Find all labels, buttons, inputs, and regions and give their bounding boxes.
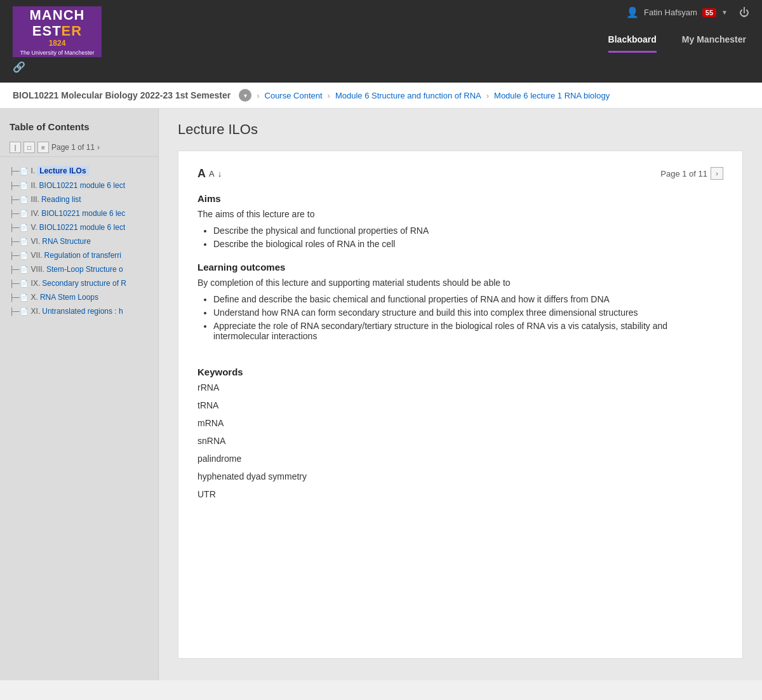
logo-subtitle: The University of Manchester bbox=[20, 50, 94, 56]
keyword-2: tRNA bbox=[197, 400, 723, 410]
font-arrow-icon: ↓ bbox=[218, 169, 222, 178]
logo-text: MANCHESTER bbox=[30, 8, 85, 38]
toc-item-6[interactable]: ├─📄 VI. RNA Structure bbox=[0, 234, 158, 248]
toc-item-8[interactable]: ├─📄 VIII. Stem-Loop Structure o bbox=[0, 262, 158, 276]
nav-blackboard[interactable]: Blackboard bbox=[608, 34, 657, 48]
item-prefix-6: VI. bbox=[31, 237, 41, 246]
toc-item-4[interactable]: ├─📄 IV. BIOL10221 module 6 lec bbox=[0, 206, 158, 220]
toc-expand-btn[interactable]: □ bbox=[23, 142, 35, 153]
top-right-area: 👤 Fatin Hafsyam 55 ▼ ⏻ Blackboard My Man… bbox=[596, 0, 762, 48]
toc-item-10[interactable]: ├─📄 X. RNA Stem Loops bbox=[0, 290, 158, 304]
user-area: 👤 Fatin Hafsyam 55 ▼ ⏻ bbox=[626, 6, 749, 18]
content-area: Lecture ILOs A A ↓ Page 1 of 11 › Aims T… bbox=[159, 109, 762, 680]
page-info-top: Page 1 of 11 bbox=[660, 169, 707, 178]
power-icon[interactable]: ⏻ bbox=[739, 7, 749, 18]
item-prefix-9: IX. bbox=[31, 279, 41, 288]
toc-link-11[interactable]: Untranslated regions : h bbox=[42, 307, 123, 316]
link-icon: 🔗 bbox=[13, 61, 25, 73]
doc-icon-3: ├─📄 bbox=[10, 196, 29, 204]
toc-link-3[interactable]: Reading list bbox=[41, 195, 81, 204]
item-prefix-3: III. bbox=[31, 195, 39, 204]
toc-link-5[interactable]: BIOL10221 module 6 lect bbox=[39, 223, 125, 232]
item-prefix-7: VII. bbox=[31, 251, 43, 260]
toc-item-11[interactable]: ├─📄 XI. Untranslated regions : h bbox=[0, 304, 158, 318]
font-increase-icon[interactable]: A bbox=[197, 167, 206, 180]
toc-link-8[interactable]: Stem-Loop Structure o bbox=[46, 265, 123, 274]
item-prefix-11: XI. bbox=[31, 307, 41, 316]
content-box: A A ↓ Page 1 of 11 › Aims The aims of th… bbox=[178, 151, 743, 659]
user-icon: 👤 bbox=[626, 6, 639, 18]
notification-badge[interactable]: 55 bbox=[702, 8, 716, 17]
university-logo[interactable]: MANCHESTER 1824 The University of Manche… bbox=[13, 6, 102, 57]
breadcrumb-dropdown[interactable]: ▾ bbox=[239, 89, 251, 102]
top-bar: MANCHESTER 1824 The University of Manche… bbox=[0, 0, 762, 83]
item-prefix-10: X. bbox=[31, 293, 38, 302]
toc-item-3[interactable]: ├─📄 III. Reading list bbox=[0, 192, 158, 206]
toc-list-btn[interactable]: ≡ bbox=[37, 142, 49, 153]
item-prefix-1: I. bbox=[31, 166, 36, 175]
outcomes-title: Learning outcomes bbox=[197, 262, 723, 273]
toc-item-9[interactable]: ├─📄 IX. Secondary structure of R bbox=[0, 276, 158, 290]
breadcrumb-module[interactable]: Module 6 Structure and function of RNA bbox=[335, 91, 481, 100]
aims-bullet-2: Describe the biological roles of RNA in … bbox=[213, 239, 723, 249]
sidebar: Table of Contents | □ ≡ Page 1 of 11 › ├… bbox=[0, 109, 159, 680]
breadcrumb-course[interactable]: BIOL10221 Molecular Biology 2022-23 1st … bbox=[13, 90, 231, 100]
toc-link-10[interactable]: RNA Stem Loops bbox=[40, 293, 98, 302]
aims-bullet-1: Describe the physical and functional pro… bbox=[213, 225, 723, 236]
nav-my-manchester[interactable]: My Manchester bbox=[682, 34, 746, 48]
aims-bullets: Describe the physical and functional pro… bbox=[197, 225, 723, 249]
toc-nav: | □ ≡ Page 1 of 11 › bbox=[0, 138, 158, 157]
doc-icon-11: ├─📄 bbox=[10, 307, 29, 316]
keyword-3: mRNA bbox=[197, 418, 723, 428]
item-prefix-4: IV. bbox=[31, 209, 40, 218]
outcomes-bullet-3: Appreciate the role of RNA secondary/ter… bbox=[213, 321, 723, 341]
toc-link-1[interactable]: Lecture ILOs bbox=[37, 166, 88, 176]
content-top: A A ↓ Page 1 of 11 › bbox=[197, 167, 723, 180]
breadcrumb: BIOL10221 Molecular Biology 2022-23 1st … bbox=[0, 83, 762, 109]
keyword-5: palindrome bbox=[197, 454, 723, 464]
toc-next-btn[interactable]: › bbox=[97, 143, 100, 152]
outcomes-section: Learning outcomes By completion of this … bbox=[197, 262, 723, 341]
outcomes-bullet-2: Understand how RNA can form secondary st… bbox=[213, 307, 723, 318]
logo-year: 1824 bbox=[49, 39, 66, 48]
username: Fatin Hafsyam bbox=[644, 8, 697, 17]
keyword-7: UTR bbox=[197, 489, 723, 499]
toc-item-2[interactable]: ├─📄 II. BIOL10221 module 6 lect bbox=[0, 178, 158, 192]
toc-item-7[interactable]: ├─📄 VII. Regulation of transferri bbox=[0, 248, 158, 262]
main-layout: Table of Contents | □ ≡ Page 1 of 11 › ├… bbox=[0, 109, 762, 680]
chevron-down-icon[interactable]: ▼ bbox=[721, 9, 728, 16]
doc-icon-6: ├─📄 bbox=[10, 238, 29, 246]
toc-item-1[interactable]: ├─📄 I. Lecture ILOs bbox=[0, 163, 158, 178]
aims-intro: The aims of this lecture are to bbox=[197, 209, 723, 219]
aims-title: Aims bbox=[197, 193, 723, 204]
toc-collapse-btn[interactable]: | bbox=[10, 142, 21, 153]
page-nav-top: Page 1 of 11 › bbox=[660, 167, 723, 180]
doc-icon-9: ├─📄 bbox=[10, 279, 29, 288]
item-prefix-2: II. bbox=[31, 181, 37, 190]
font-controls: A A ↓ bbox=[197, 167, 222, 180]
breadcrumb-course-content[interactable]: Course Content bbox=[265, 91, 323, 100]
toc-link-2[interactable]: BIOL10221 module 6 lect bbox=[39, 181, 125, 190]
toc-link-9[interactable]: Secondary structure of R bbox=[42, 279, 126, 288]
toc-link-6[interactable]: RNA Structure bbox=[42, 237, 91, 246]
keywords-title: Keywords bbox=[197, 367, 723, 377]
page-heading: Lecture ILOs bbox=[178, 121, 743, 138]
aims-section: Aims The aims of this lecture are to Des… bbox=[197, 193, 723, 249]
page-next-btn-top[interactable]: › bbox=[711, 167, 723, 180]
font-decrease-icon[interactable]: A bbox=[209, 169, 215, 178]
toc-link-7[interactable]: Regulation of transferri bbox=[44, 251, 121, 260]
keyword-6: hyphenated dyad symmetry bbox=[197, 471, 723, 481]
toc-page-info: Page 1 of 11 bbox=[51, 143, 95, 152]
doc-icon-1: ├─📄 bbox=[10, 167, 29, 175]
doc-icon-2: ├─📄 bbox=[10, 182, 29, 190]
doc-icon-7: ├─📄 bbox=[10, 252, 29, 260]
toc-item-5[interactable]: ├─📄 V. BIOL10221 module 6 lect bbox=[0, 220, 158, 234]
doc-icon-8: ├─📄 bbox=[10, 266, 29, 274]
doc-icon-5: ├─📄 bbox=[10, 224, 29, 232]
breadcrumb-lecture[interactable]: Module 6 lecture 1 RNA biology bbox=[494, 91, 610, 100]
item-prefix-5: V. bbox=[31, 223, 37, 232]
breadcrumb-sep-1: › bbox=[257, 91, 259, 100]
doc-icon-4: ├─📄 bbox=[10, 210, 29, 218]
keyword-4: snRNA bbox=[197, 436, 723, 446]
toc-link-4[interactable]: BIOL10221 module 6 lec bbox=[41, 209, 125, 218]
